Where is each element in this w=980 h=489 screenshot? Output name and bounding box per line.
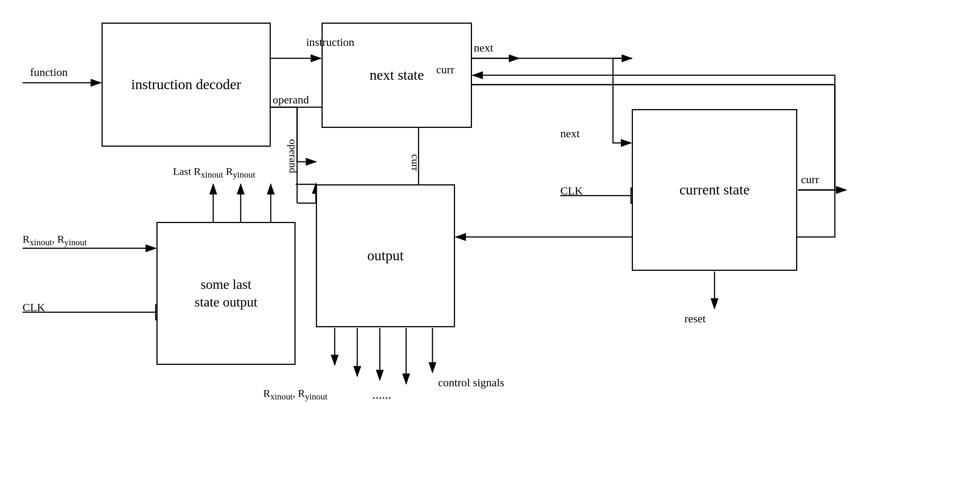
clk-right-label: CLK — [560, 184, 583, 197]
next-out-label: next — [474, 41, 493, 54]
some-last-state-block: some laststate output — [156, 222, 296, 365]
rx-ry-left-label: Rxinout, Ryinout — [22, 233, 87, 247]
operand-top-label: operand — [273, 93, 309, 106]
current-state-block: current state — [632, 109, 797, 271]
curr-vert-label: curr — [409, 154, 421, 171]
clk-left-label: CLK — [22, 301, 45, 314]
output-block: output — [316, 184, 455, 327]
curr-out-label: curr — [801, 173, 819, 186]
control-signals-label: control signals — [438, 376, 504, 389]
last-rx-ry-label: Last Rxinout Ryinout — [173, 166, 255, 180]
ellipsis-label: ...... — [372, 387, 391, 402]
next-in-label: next — [560, 127, 580, 140]
rx-ry-bot-label: Rxinout, Ryinout — [263, 387, 328, 402]
operand-vert-label: operand — [287, 139, 299, 173]
reset-label: reset — [684, 312, 706, 325]
instruction-decoder-block: instruction decoder — [102, 22, 271, 147]
function-label: function — [30, 66, 68, 79]
diagram: instruction decoder next state some last… — [0, 0, 980, 489]
curr-top-label: curr — [436, 63, 454, 76]
instruction-label: instruction — [306, 36, 354, 49]
